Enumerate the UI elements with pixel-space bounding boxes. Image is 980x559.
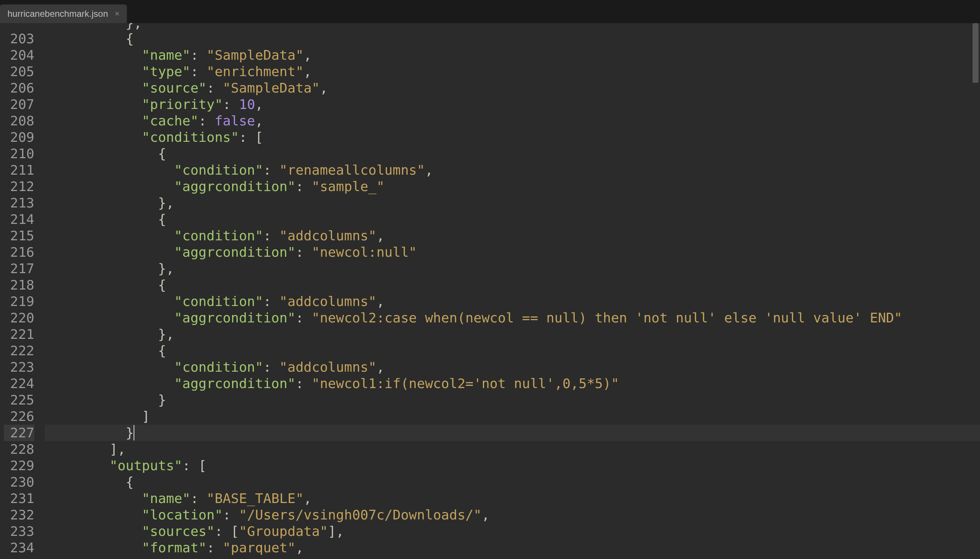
- line-number: 227: [4, 425, 34, 441]
- tab-filename: hurricanebenchmark.json: [7, 8, 108, 19]
- line-number: 213: [4, 195, 34, 211]
- line-number: 223: [4, 359, 34, 375]
- code-line[interactable]: }: [45, 425, 980, 441]
- line-number: 210: [4, 146, 34, 162]
- code-line[interactable]: {: [45, 211, 980, 228]
- code-line[interactable]: },: [45, 260, 980, 277]
- line-number: 222: [4, 342, 34, 359]
- code-line[interactable]: {: [45, 146, 980, 162]
- code-line[interactable]: "condition": "addcolumns",: [45, 228, 980, 244]
- code-line[interactable]: }: [45, 392, 980, 408]
- code-line[interactable]: ]: [45, 408, 980, 425]
- line-number: 224: [4, 375, 34, 392]
- code-line[interactable]: "aggrcondition": "newcol1:if(newcol2='no…: [45, 375, 980, 392]
- line-number: 202: [4, 23, 34, 31]
- line-number: 233: [4, 523, 34, 539]
- file-tab[interactable]: hurricanebenchmark.json ×: [0, 5, 127, 23]
- line-number: 206: [4, 80, 34, 96]
- code-line[interactable]: {: [45, 277, 980, 293]
- line-number: 215: [4, 228, 34, 244]
- line-number: 218: [4, 277, 34, 293]
- code-line[interactable]: },: [45, 195, 980, 211]
- code-line[interactable]: {: [45, 31, 980, 47]
- line-number: 230: [4, 474, 34, 490]
- code-line[interactable]: "aggrcondition": "newcol:null": [45, 244, 980, 260]
- code-line[interactable]: "condition": "renameallcolumns",: [45, 162, 980, 179]
- code-line[interactable]: "aggrcondition": "newcol2:case when(newc…: [45, 310, 980, 326]
- code-line[interactable]: "format": "parquet",: [45, 539, 980, 556]
- code-line[interactable]: "condition": "addcolumns",: [45, 359, 980, 375]
- line-number: 226: [4, 408, 34, 425]
- line-number: 209: [4, 129, 34, 146]
- editor[interactable]: 2022032042052062072082092102112122132142…: [0, 23, 980, 559]
- line-number: 219: [4, 293, 34, 310]
- line-number-gutter: 2022032042052062072082092102112122132142…: [0, 23, 41, 559]
- code-line[interactable]: },: [45, 326, 980, 342]
- close-icon[interactable]: ×: [114, 10, 119, 18]
- code-line[interactable]: "name": "BASE_TABLE",: [45, 490, 980, 507]
- line-number: 234: [4, 539, 34, 556]
- line-number: 208: [4, 113, 34, 129]
- code-line[interactable]: "priority": 10,: [45, 96, 980, 113]
- code-line[interactable]: "cache": false,: [45, 113, 980, 129]
- line-number: 204: [4, 47, 34, 63]
- tab-bar: hurricanebenchmark.json ×: [0, 5, 980, 23]
- code-line[interactable]: "outputs": [: [45, 458, 980, 474]
- code-line[interactable]: {: [45, 474, 980, 490]
- line-number: 203: [4, 31, 34, 47]
- line-number: 217: [4, 260, 34, 277]
- code-line[interactable]: "location": "/Users/vsingh007c/Downloads…: [45, 507, 980, 523]
- vertical-scrollbar[interactable]: [971, 23, 980, 559]
- line-number: 232: [4, 507, 34, 523]
- code-area[interactable]: }, { "name": "SampleData", "type": "enri…: [41, 23, 980, 559]
- line-number: 225: [4, 392, 34, 408]
- code-line[interactable]: "conditions": [: [45, 129, 980, 146]
- line-number: 228: [4, 441, 34, 458]
- line-number: 211: [4, 162, 34, 179]
- line-number: 216: [4, 244, 34, 260]
- code-line[interactable]: ],: [45, 441, 980, 458]
- code-line[interactable]: "type": "enrichment",: [45, 63, 980, 80]
- code-line[interactable]: "aggrcondition": "sample_": [45, 179, 980, 195]
- line-number: 212: [4, 179, 34, 195]
- line-number: 231: [4, 490, 34, 507]
- line-number: 207: [4, 96, 34, 113]
- line-number: 229: [4, 458, 34, 474]
- code-line[interactable]: },: [45, 23, 980, 31]
- line-number: 205: [4, 63, 34, 80]
- code-line[interactable]: "name": "SampleData",: [45, 47, 980, 63]
- title-bar: [0, 0, 980, 5]
- code-line[interactable]: "sources": ["Groupdata"],: [45, 523, 980, 539]
- code-line[interactable]: "source": "SampleData",: [45, 80, 980, 96]
- line-number: 214: [4, 211, 34, 228]
- code-line[interactable]: {: [45, 342, 980, 359]
- scrollbar-thumb[interactable]: [973, 23, 978, 83]
- code-line[interactable]: "condition": "addcolumns",: [45, 293, 980, 310]
- line-number: 220: [4, 310, 34, 326]
- line-number: 221: [4, 326, 34, 342]
